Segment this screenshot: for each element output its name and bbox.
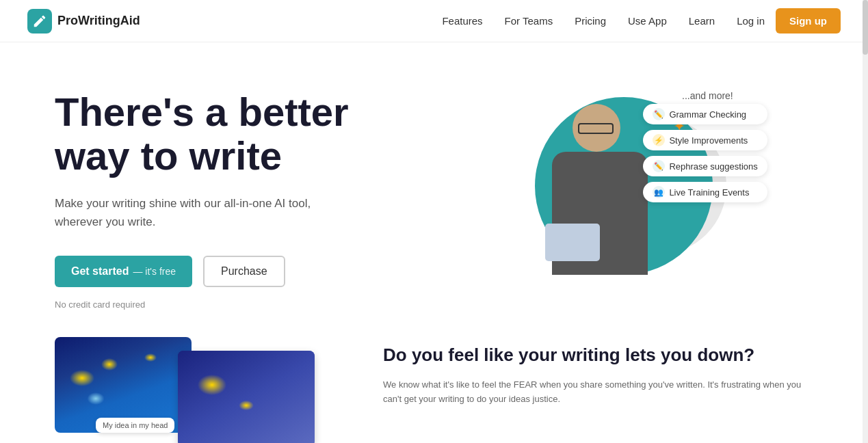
and-more-text: ...and more! [682, 90, 733, 101]
starry-night-container: My idea in my head [55, 337, 301, 440]
nav-features[interactable]: Features [442, 15, 482, 27]
speech-bubble: My idea in my head [96, 418, 174, 433]
hero-section: There's a better way to write Make your … [0, 42, 868, 337]
hero-title: There's a better way to write [55, 90, 434, 178]
free-tag: — it's free [133, 266, 176, 277]
logo-svg [32, 14, 47, 29]
nav-use-app[interactable]: Use App [628, 15, 667, 27]
purchase-button[interactable]: Purchase [203, 256, 285, 287]
main-nav: ProWritingAid Features For Teams Pricing… [0, 0, 868, 42]
logo-link[interactable]: ProWritingAid [27, 9, 140, 33]
hero-buttons: Get started — it's free Purchase [55, 256, 434, 287]
nav-actions: Log in Sign up [737, 8, 841, 33]
logo-icon [27, 9, 52, 33]
login-button[interactable]: Log in [737, 15, 765, 27]
second-section: My idea in my head Do you feel like your… [0, 337, 868, 440]
nav-pricing[interactable]: Pricing [575, 15, 606, 27]
person-laptop [545, 224, 600, 261]
no-credit-text: No credit card required [55, 299, 434, 310]
person-body [552, 152, 648, 275]
hero-illustration: ...and more! ✦ ✏️ Grammar Checking ⚡ Sty… [494, 83, 754, 295]
signup-button[interactable]: Sign up [776, 8, 841, 33]
hero-right: ...and more! ✦ ✏️ Grammar Checking ⚡ Sty… [434, 83, 814, 302]
brand-name: ProWritingAid [57, 14, 140, 28]
training-icon: 👥 [653, 186, 665, 198]
get-started-button[interactable]: Get started — it's free [55, 256, 192, 287]
grammar-icon: ✏️ [653, 108, 665, 120]
second-right: Do you feel like your writing lets you d… [383, 337, 813, 406]
person-head [573, 104, 620, 152]
nav-links: Features For Teams Pricing Use App Learn [442, 15, 715, 27]
pill-training: 👥 Live Training Events [643, 182, 767, 202]
rephrase-icon: ✏️ [653, 160, 665, 172]
nav-for-teams[interactable]: For Teams [505, 15, 553, 27]
feature-pills: ✏️ Grammar Checking ⚡ Style Improvements… [643, 104, 767, 202]
second-section-body: We know what it's like to feel the FEAR … [383, 378, 813, 407]
hero-subtitle: Make your writing shine with our all-in-… [55, 194, 328, 231]
second-section-title: Do you feel like your writing lets you d… [383, 344, 813, 367]
starry-image-2 [178, 351, 315, 443]
pill-style: ⚡ Style Improvements [643, 130, 767, 150]
starry-swirl-2 [178, 351, 315, 443]
second-left: My idea in my head [55, 337, 342, 440]
scrollbar-thumb[interactable] [863, 0, 868, 55]
hero-left: There's a better way to write Make your … [55, 83, 434, 310]
style-icon: ⚡ [653, 134, 665, 146]
pill-grammar: ✏️ Grammar Checking [643, 104, 767, 124]
scrollbar[interactable] [863, 0, 868, 443]
nav-learn[interactable]: Learn [689, 15, 715, 27]
person-glasses [578, 123, 614, 134]
pill-rephrase: ✏️ Rephrase suggestions [643, 156, 767, 176]
